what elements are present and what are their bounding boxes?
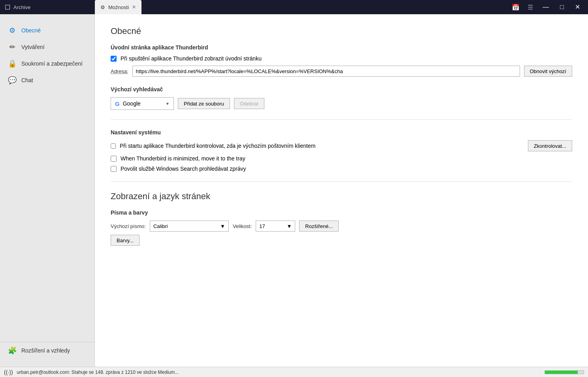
reset-default-button[interactable]: Obnovit výchozí <box>524 66 573 77</box>
size-label: Velikost: <box>233 223 252 229</box>
main-layout: ⚙ Obecné ✏ Vytváření 🔒 Soukromí a zabezp… <box>0 14 588 367</box>
address-row: Adresa: Obnovit výchozí <box>111 66 572 77</box>
sidebar-spacer <box>0 89 94 342</box>
chat-icon: 💬 <box>8 76 17 85</box>
close-button[interactable]: ✕ <box>570 2 585 12</box>
minimize-button[interactable]: — <box>538 2 554 12</box>
titlebar: ☐ Archive ⚙ Možnosti ✕ 📅 ☰ — □ ✕ <box>0 0 588 14</box>
remove-engine-button[interactable]: Odebrat <box>234 98 264 109</box>
startup-checkbox-label: Při spuštění aplikace Thunderbird zobraz… <box>121 55 262 62</box>
sidebar-item-general[interactable]: ⚙ Obecné <box>0 22 94 39</box>
app-icon: ☐ <box>5 4 10 11</box>
search-row: G Google ▼ Přidat ze souboru Odebrat <box>111 97 572 110</box>
search-title: Výchozí vyhledávač <box>111 86 572 92</box>
tab-close-icon[interactable]: ✕ <box>132 4 136 10</box>
address-input[interactable] <box>132 66 520 77</box>
system-section: Nastavení systému Při startu aplikace Th… <box>111 129 572 172</box>
menu-icon[interactable]: ☰ <box>524 2 536 13</box>
puzzle-icon: 🧩 <box>8 346 17 355</box>
system-row-default: Při startu aplikace Thunderbird kontrolo… <box>111 140 572 151</box>
pencil-icon: ✏ <box>8 43 17 51</box>
divider-1 <box>111 119 572 120</box>
font-value: Calibri <box>153 223 168 229</box>
page-title: Obecné <box>111 26 572 36</box>
font-chevron-icon: ▼ <box>220 223 225 229</box>
wifi-icon: ((·)) <box>4 369 13 375</box>
colors-row: Barvy... <box>111 235 572 246</box>
add-from-file-button[interactable]: Přidat ze souboru <box>178 98 230 109</box>
tab-settings[interactable]: ⚙ Možnosti ✕ <box>95 0 141 14</box>
app-identity: ☐ Archive <box>0 4 95 11</box>
minimize-tray-label: When Thunderbird is minimized, move it t… <box>121 155 245 162</box>
tab-settings-label: Možnosti <box>108 4 129 10</box>
font-select[interactable]: Calibri ▼ <box>150 221 229 232</box>
search-engine-select[interactable]: G Google ▼ <box>111 97 174 110</box>
divider-2 <box>111 181 572 182</box>
tab-bar: ⚙ Možnosti ✕ <box>95 0 509 14</box>
sidebar: ⚙ Obecné ✏ Vytváření 🔒 Soukromí a zabezp… <box>0 14 95 367</box>
startup-section: Úvodní stránka aplikace Thunderbird Při … <box>111 44 572 77</box>
progress-fill <box>545 371 578 374</box>
check-default-label: Při startu aplikace Thunderbird kontrolo… <box>120 143 315 149</box>
size-select[interactable]: 17 ▼ <box>256 221 295 232</box>
sidebar-label-extensions: Rozšíření a vzhledy <box>21 347 70 354</box>
check-now-button[interactable]: Zkontrolovat... <box>528 140 572 151</box>
statusbar: ((·)) urban.petr@outlook.com: Stahuje se… <box>0 367 588 377</box>
windows-search-label: Povolit službě Windows Search prohledáva… <box>121 166 246 172</box>
display-title: Zobrazení a jazyk stránek <box>111 191 572 202</box>
sidebar-label-privacy: Soukromí a zabezpečení <box>21 60 83 67</box>
content-area: Obecné Úvodní stránka aplikace Thunderbi… <box>95 14 588 367</box>
display-section: Zobrazení a jazyk stránek Písma a barvy … <box>111 191 572 246</box>
minimize-tray-checkbox[interactable] <box>111 156 117 162</box>
size-value: 17 <box>259 223 265 229</box>
progress-bar <box>545 370 584 374</box>
google-icon: G <box>115 100 120 107</box>
font-label: Výchozí písmo: <box>111 223 146 229</box>
gear-icon: ⚙ <box>8 26 17 35</box>
system-title: Nastavení systému <box>111 129 572 136</box>
sidebar-label-composing: Vytváření <box>21 44 45 50</box>
size-chevron-icon: ▼ <box>286 223 292 229</box>
window-controls: 📅 ☰ — □ ✕ <box>509 2 588 13</box>
startup-checkbox[interactable] <box>111 56 117 62</box>
fonts-title: Písma a barvy <box>111 209 572 216</box>
address-label: Adresa: <box>111 68 128 74</box>
windows-search-checkbox[interactable] <box>111 166 117 172</box>
sidebar-item-privacy[interactable]: 🔒 Soukromí a zabezpečení <box>0 55 94 72</box>
system-row-minimize: When Thunderbird is minimized, move it t… <box>111 155 572 162</box>
sidebar-item-composing[interactable]: ✏ Vytváření <box>0 39 94 55</box>
lock-icon: 🔒 <box>8 59 17 68</box>
font-row: Výchozí písmo: Calibri ▼ Velikost: 17 ▼ … <box>111 221 572 232</box>
search-section: Výchozí vyhledávač G Google ▼ Přidat ze … <box>111 86 572 110</box>
check-default-checkbox[interactable] <box>111 143 116 149</box>
search-engine-label: Google <box>123 100 141 107</box>
status-text: urban.petr@outlook.com: Stahuje se 148. … <box>17 369 541 375</box>
sidebar-item-extensions[interactable]: 🧩 Rozšíření a vzhledy <box>0 342 94 359</box>
settings-gear-icon: ⚙ <box>100 4 105 10</box>
system-row-search: Povolit službě Windows Search prohledáva… <box>111 166 572 172</box>
startup-checkbox-row: Při spuštění aplikace Thunderbird zobraz… <box>111 55 572 62</box>
sidebar-label-chat: Chat <box>21 77 33 83</box>
startup-title: Úvodní stránka aplikace Thunderbird <box>111 44 572 51</box>
maximize-button[interactable]: □ <box>555 2 569 12</box>
chevron-down-icon: ▼ <box>166 102 170 106</box>
sidebar-item-chat[interactable]: 💬 Chat <box>0 72 94 89</box>
colors-button[interactable]: Barvy... <box>111 235 139 246</box>
advanced-button[interactable]: Rozšířené... <box>299 221 339 232</box>
app-name: Archive <box>13 4 30 10</box>
sidebar-label-general: Obecné <box>21 27 41 34</box>
calendar-icon[interactable]: 📅 <box>509 2 523 13</box>
